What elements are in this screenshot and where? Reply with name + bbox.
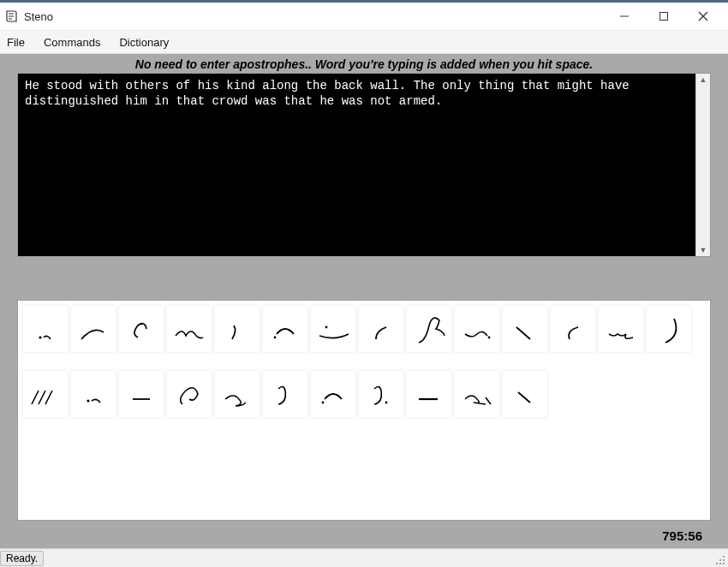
app-icon xyxy=(5,9,19,23)
svg-point-14 xyxy=(719,559,721,561)
main-area: No need to enter apostrophes.. Word you'… xyxy=(0,54,728,548)
shorthand-glyph xyxy=(551,306,595,352)
svg-point-15 xyxy=(723,559,725,561)
svg-point-18 xyxy=(723,563,725,564)
svg-point-13 xyxy=(723,556,725,558)
status-text: Ready. xyxy=(0,551,44,566)
shorthand-glyph xyxy=(503,371,547,417)
editor-textarea[interactable]: He stood with others of his kind along t… xyxy=(18,74,695,256)
shorthand-glyph xyxy=(263,306,307,352)
shorthand-row xyxy=(23,371,705,417)
scroll-down-icon[interactable]: ▼ xyxy=(696,244,710,256)
svg-point-5 xyxy=(274,337,277,339)
shorthand-glyph xyxy=(215,371,260,417)
minimize-button[interactable] xyxy=(605,3,644,29)
svg-point-7 xyxy=(488,337,491,339)
menu-commands[interactable]: Commands xyxy=(42,34,102,51)
shorthand-glyph xyxy=(71,371,116,417)
menu-dictionary[interactable]: Dictionary xyxy=(117,34,170,51)
hint-text: No need to enter apostrophes.. Word you'… xyxy=(0,54,728,73)
shorthand-glyph xyxy=(503,306,547,352)
shorthand-glyph xyxy=(167,371,212,417)
close-button[interactable] xyxy=(683,3,723,29)
window-title: Steno xyxy=(24,10,605,23)
shorthand-glyph xyxy=(311,306,355,352)
shorthand-glyph xyxy=(647,306,691,352)
shorthand-glyph xyxy=(23,371,68,417)
shorthand-glyph xyxy=(599,306,643,352)
svg-point-10 xyxy=(322,402,325,404)
svg-rect-1 xyxy=(660,13,668,21)
shorthand-glyph xyxy=(119,371,164,417)
svg-point-4 xyxy=(39,336,41,338)
shorthand-glyph xyxy=(263,371,307,417)
svg-point-17 xyxy=(719,563,721,564)
shorthand-glyph xyxy=(455,306,499,352)
scroll-up-icon[interactable]: ▲ xyxy=(696,74,710,86)
timer-display: 795:56 xyxy=(662,528,702,543)
svg-point-16 xyxy=(716,563,718,564)
shorthand-glyph xyxy=(407,306,451,352)
shorthand-glyph xyxy=(359,371,403,417)
titlebar: Steno xyxy=(0,3,728,30)
menubar: File Commands Dictionary xyxy=(0,30,728,54)
shorthand-glyph xyxy=(71,306,116,352)
window-controls xyxy=(605,3,723,29)
menu-file[interactable]: File xyxy=(5,34,27,51)
shorthand-glyph xyxy=(215,306,260,352)
svg-point-8 xyxy=(87,399,89,402)
shorthand-row xyxy=(23,306,705,352)
svg-point-6 xyxy=(325,326,328,329)
shorthand-glyph xyxy=(119,306,164,352)
editor-scrollbar[interactable]: ▲ ▼ xyxy=(695,74,710,256)
shorthand-glyph xyxy=(23,306,68,352)
maximize-button[interactable] xyxy=(644,3,683,29)
shorthand-glyph xyxy=(407,371,451,417)
shorthand-glyph xyxy=(311,371,355,417)
editor-panel: He stood with others of his kind along t… xyxy=(17,73,711,257)
statusbar: Ready. xyxy=(0,548,728,567)
shorthand-glyph xyxy=(359,306,403,352)
shorthand-glyph xyxy=(167,306,212,352)
svg-point-11 xyxy=(385,402,388,404)
shorthand-glyph xyxy=(455,371,499,417)
shorthand-panel xyxy=(17,300,711,521)
resize-grip-icon[interactable] xyxy=(713,553,725,565)
